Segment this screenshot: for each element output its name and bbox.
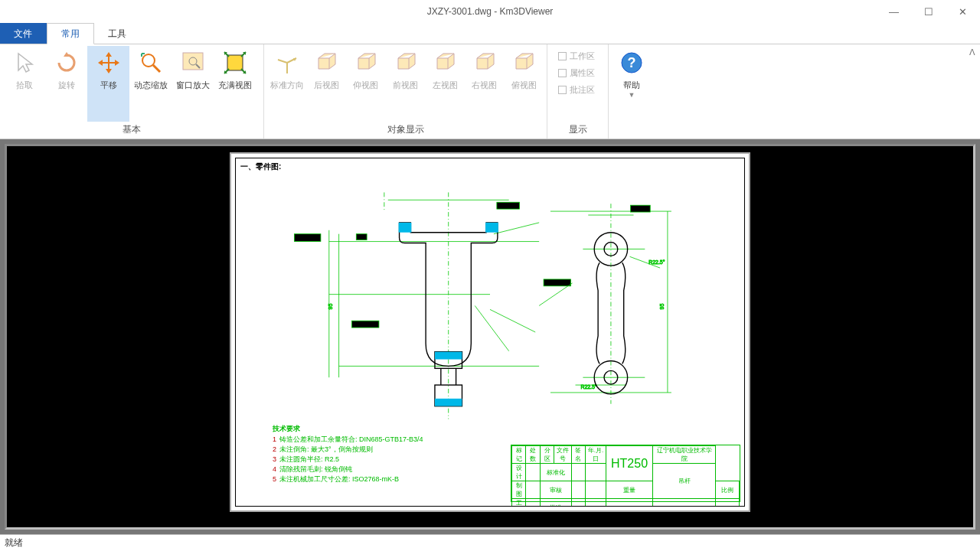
stdview-button[interactable]: 标准方向 xyxy=(267,46,307,122)
close-button[interactable]: ✕ xyxy=(946,0,980,23)
zoomwin-button[interactable]: 窗口放大 xyxy=(172,46,214,122)
svg-rect-28 xyxy=(351,321,379,328)
part-number: JXZY-3001 xyxy=(716,499,740,507)
svg-text:R22.5°: R22.5° xyxy=(580,384,596,390)
menu-file[interactable]: 文件 xyxy=(0,23,47,44)
rotate-button[interactable]: 旋转 xyxy=(45,46,87,122)
menu-tools[interactable]: 工具 xyxy=(94,23,141,44)
zoom-window-icon xyxy=(181,51,205,75)
svg-text:95: 95 xyxy=(328,304,333,310)
pan-button[interactable]: 平移 xyxy=(87,46,129,122)
svg-point-2 xyxy=(142,54,155,67)
chevron-down-icon: ▼ xyxy=(629,91,635,99)
svg-rect-7 xyxy=(227,55,243,70)
svg-rect-23 xyxy=(294,234,321,242)
leftview-button[interactable]: 左视图 xyxy=(425,46,465,122)
status-text: 就绪 xyxy=(5,537,23,548)
fit-button[interactable]: 充满视图 xyxy=(214,46,256,122)
svg-text:95: 95 xyxy=(659,304,665,310)
menu-bar: 文件 常用 工具 xyxy=(0,23,980,44)
svg-rect-41 xyxy=(399,223,412,233)
group-disp-label: 显示 xyxy=(550,122,605,139)
ribbon-collapse-icon[interactable]: ᐱ xyxy=(969,47,975,57)
check-proparea[interactable]: 属性区 xyxy=(558,67,599,79)
cube-back-icon xyxy=(314,51,338,75)
drawing-sheet: 一、零件图: xyxy=(230,152,750,512)
svg-rect-27 xyxy=(544,279,571,286)
backview-button[interactable]: 后视图 xyxy=(307,46,347,122)
svg-rect-42 xyxy=(485,223,498,233)
cube-front-icon xyxy=(394,51,418,75)
cube-bottom-icon xyxy=(511,51,536,75)
material: HT250 xyxy=(611,457,648,470)
svg-line-3 xyxy=(153,65,160,72)
svg-text:?: ? xyxy=(628,55,636,70)
fit-icon xyxy=(223,51,247,75)
check-workarea[interactable]: 工作区 xyxy=(558,51,599,62)
cube-right-icon xyxy=(472,51,497,75)
help-icon: ? xyxy=(619,51,644,75)
frontview-button[interactable]: 前视图 xyxy=(386,46,426,122)
pan-icon xyxy=(96,51,121,75)
pick-button[interactable]: 拾取 xyxy=(3,46,45,122)
svg-rect-25 xyxy=(497,202,520,209)
maximize-button[interactable]: ☐ xyxy=(911,0,946,23)
topview-button[interactable]: 仰视图 xyxy=(346,46,386,122)
title-bar: JXZY-3001.dwg - Km3DViewer — ☐ ✕ xyxy=(0,0,980,23)
scale: 1:1 xyxy=(653,499,716,507)
status-bar: 就绪 xyxy=(0,534,980,551)
check-annarea[interactable]: 批注区 xyxy=(558,84,599,96)
part-name: 吊杆 xyxy=(653,464,716,499)
bottomview-button[interactable]: 俯视图 xyxy=(504,46,544,122)
svg-rect-43 xyxy=(435,352,462,360)
help-button[interactable]: ? 帮助 ▼ xyxy=(612,46,652,139)
window-title: JXZY-3001.dwg - Km3DViewer xyxy=(427,6,554,17)
svg-rect-24 xyxy=(356,234,367,240)
group-objdisp-label: 对象显示 xyxy=(267,122,544,139)
tech-notes: 技术要求 1铸造公差和加工余量符合: DIN685-GTB17-B3/4 2未注… xyxy=(273,424,423,484)
title-block: 标记处数 分区文件号 签名年.月.日 HT250 辽宁机电职业技术学院 设计标准… xyxy=(511,445,740,502)
school: 辽宁机电职业技术学院 xyxy=(653,446,716,464)
rightview-button[interactable]: 右视图 xyxy=(465,46,505,122)
zoom-icon xyxy=(139,51,163,75)
svg-rect-26 xyxy=(631,205,651,212)
axes-icon xyxy=(275,51,299,75)
svg-rect-44 xyxy=(435,399,462,406)
viewport[interactable]: 一、零件图: xyxy=(0,139,980,534)
dynzoom-button[interactable]: 动态缩放 xyxy=(129,46,172,122)
menu-common[interactable]: 常用 xyxy=(47,23,94,44)
svg-text:R22.5°: R22.5° xyxy=(648,259,665,265)
group-basic-label: 基本 xyxy=(3,122,260,139)
rotate-icon xyxy=(54,51,79,75)
cube-top-icon xyxy=(354,51,378,75)
pointer-icon xyxy=(12,51,37,75)
ribbon: ᐱ 拾取 旋转 平移 动态缩放 窗口放大 xyxy=(0,44,980,139)
minimize-button[interactable]: — xyxy=(877,0,911,23)
cube-left-icon xyxy=(433,51,457,75)
